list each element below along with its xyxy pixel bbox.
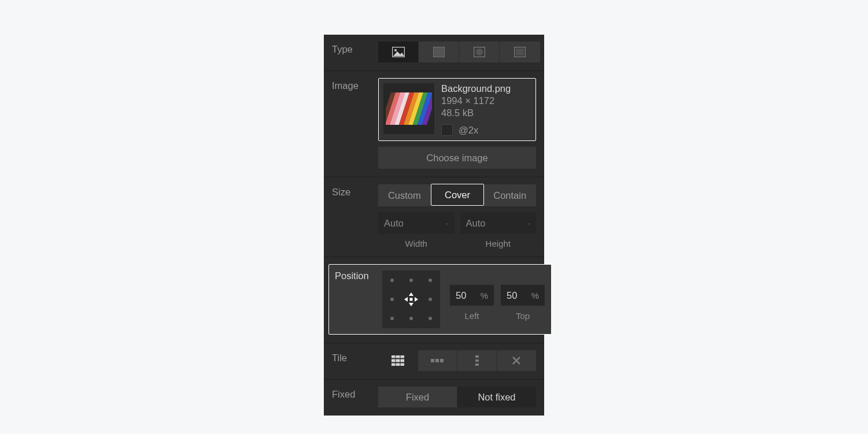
type-section: Type: [324, 35, 544, 71]
position-grid[interactable]: [382, 270, 440, 328]
type-radial-gradient-button[interactable]: [459, 42, 500, 62]
pos-middle-left[interactable]: [390, 298, 394, 301]
tile-both-button[interactable]: [378, 350, 418, 371]
image-icon: [392, 47, 405, 57]
width-unit: -: [446, 218, 449, 228]
image-thumbnail: [383, 83, 434, 134]
tile-none-button[interactable]: [497, 350, 537, 371]
pos-bottom-left[interactable]: [390, 317, 394, 320]
svg-rect-9: [391, 355, 395, 358]
radial-gradient-icon: [474, 47, 485, 57]
svg-rect-17: [401, 363, 404, 366]
tile-vertical-icon: [475, 355, 479, 366]
move-arrows-icon: [402, 290, 420, 309]
image-filesize: 48.5 kB: [441, 107, 511, 118]
position-left-input[interactable]: 50 %: [449, 284, 494, 306]
height-unit: -: [527, 218, 530, 228]
size-contain-button[interactable]: Contain: [483, 184, 536, 206]
position-left-unit: %: [481, 291, 488, 301]
svg-rect-7: [516, 49, 524, 55]
position-section: Position: [328, 264, 552, 335]
linear-gradient-icon: [433, 47, 445, 57]
size-cover-button[interactable]: Cover: [431, 184, 485, 206]
svg-rect-12: [391, 359, 395, 362]
width-input[interactable]: Auto -: [378, 212, 455, 234]
svg-rect-22: [475, 359, 479, 362]
position-left-value: 50: [456, 290, 466, 301]
svg-rect-18: [431, 359, 434, 362]
svg-rect-10: [396, 355, 400, 358]
height-input[interactable]: Auto -: [460, 212, 537, 234]
tile-horizontal-button[interactable]: [418, 350, 458, 371]
pos-top-left[interactable]: [390, 279, 394, 282]
position-top-unit: %: [531, 291, 539, 301]
at2x-checkbox[interactable]: [441, 124, 453, 136]
svg-rect-23: [475, 363, 479, 366]
position-left-label: Left: [464, 311, 479, 321]
pos-center[interactable]: [402, 290, 420, 309]
svg-point-1: [394, 49, 397, 51]
type-buttons: [378, 42, 540, 62]
fixed-label: Fixed: [332, 387, 375, 400]
position-section-outer: Position: [324, 257, 544, 343]
at2x-label: @2x: [459, 125, 478, 136]
size-segmented-control: Custom Cover Contain: [378, 184, 536, 206]
position-top-input[interactable]: 50 %: [500, 284, 545, 306]
choose-image-button[interactable]: Choose image: [378, 147, 536, 169]
rainbow-stripes-icon: [386, 92, 432, 125]
position-top-value: 50: [507, 290, 517, 301]
type-color-button[interactable]: [500, 42, 540, 62]
close-icon: [512, 357, 520, 365]
position-top-label: Top: [516, 311, 530, 321]
svg-rect-8: [409, 298, 412, 301]
svg-rect-3: [434, 48, 444, 56]
svg-rect-15: [391, 363, 395, 366]
size-label: Size: [332, 184, 375, 198]
svg-rect-14: [401, 359, 404, 362]
solid-color-icon: [514, 47, 526, 57]
tile-grid-icon: [391, 355, 404, 366]
pos-top-center[interactable]: [409, 279, 413, 282]
tile-horizontal-icon: [431, 359, 444, 362]
size-custom-button[interactable]: Custom: [378, 184, 431, 206]
image-filename: Background.png: [441, 83, 511, 94]
position-label: Position: [335, 270, 379, 281]
svg-rect-20: [440, 359, 444, 362]
type-label: Type: [332, 42, 375, 55]
svg-rect-16: [396, 363, 400, 366]
height-label: Height: [486, 239, 511, 248]
pos-bottom-right[interactable]: [429, 317, 432, 320]
pos-top-right[interactable]: [429, 279, 432, 282]
image-metadata: Background.png 1994 × 1172 48.5 kB @2x: [441, 83, 511, 136]
svg-point-5: [476, 49, 483, 55]
svg-rect-11: [401, 355, 404, 358]
width-value: Auto: [384, 218, 404, 229]
tile-vertical-button[interactable]: [457, 350, 497, 371]
image-label: Image: [332, 78, 375, 91]
fixed-button[interactable]: Fixed: [378, 387, 457, 407]
svg-rect-13: [396, 359, 400, 362]
background-settings-panel: Type: [324, 35, 544, 416]
fixed-section: Fixed Fixed Not fixed: [324, 380, 544, 416]
image-section: Image: [324, 71, 544, 177]
type-linear-gradient-button[interactable]: [419, 42, 459, 62]
svg-rect-19: [435, 359, 439, 362]
image-preview-box[interactable]: Background.png 1994 × 1172 48.5 kB @2x: [378, 78, 536, 141]
tile-section: Tile: [324, 343, 544, 380]
not-fixed-button[interactable]: Not fixed: [457, 387, 536, 407]
pos-bottom-center[interactable]: [409, 317, 413, 320]
size-section: Size Custom Cover Contain Auto - Width A…: [324, 177, 544, 257]
svg-rect-21: [475, 355, 479, 358]
type-image-button[interactable]: [378, 42, 419, 62]
image-dimensions: 1994 × 1172: [441, 95, 511, 106]
pos-middle-right[interactable]: [429, 298, 432, 301]
width-label: Width: [405, 239, 427, 248]
height-value: Auto: [466, 218, 486, 229]
tile-label: Tile: [332, 350, 375, 363]
